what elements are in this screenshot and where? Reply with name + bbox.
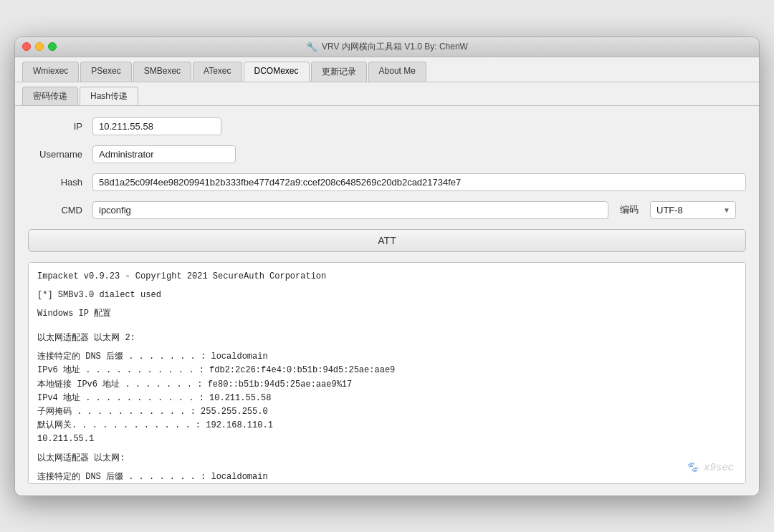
output-line: IPv6 地址 . . . . . . . . . . . : fdb2:2c2…	[37, 364, 737, 377]
window-controls	[22, 42, 57, 51]
ip-row: IP	[28, 117, 746, 135]
tab-update[interactable]: 更新记录	[311, 62, 367, 82]
ip-input[interactable]	[92, 117, 221, 135]
output-line: 连接特定的 DNS 后缀 . . . . . . . : localdomain	[37, 350, 737, 364]
sub-tab-hash[interactable]: Hash传递	[80, 87, 138, 105]
output-line: 连接特定的 DNS 后缀 . . . . . . . : localdomain	[37, 470, 737, 483]
watermark: 🐾 x9sec	[686, 460, 734, 475]
tab-about[interactable]: About Me	[368, 62, 426, 82]
main-tab-bar: Wmiexec PSexec SMBexec ATexec DCOMexec 更…	[15, 57, 759, 82]
maximize-button[interactable]	[48, 42, 57, 51]
content-area: IP Username Hash CMD 编码 UTF-8 GBK	[15, 106, 759, 495]
output-line: Windows IP 配置	[37, 307, 737, 321]
output-line: IPv4 地址 . . . . . . . . . . . : 10.211.5…	[37, 392, 737, 405]
window-title: 🔧 VRV 内网横向工具箱 V1.0 By: ChenW	[306, 41, 468, 53]
hash-input[interactable]	[92, 173, 746, 191]
output-line	[37, 284, 737, 289]
output-line: 子网掩码 . . . . . . . . . . . : 255.255.255…	[37, 405, 737, 419]
hash-label: Hash	[28, 177, 92, 188]
output-line	[37, 321, 737, 326]
cmd-row-inner: 编码 UTF-8 GBK GB2312	[92, 201, 746, 219]
output-line: 以太网适配器 以太网:	[37, 452, 737, 465]
ip-label: IP	[28, 121, 92, 132]
output-line: Impacket v0.9.23 - Copyright 2021 Secure…	[37, 270, 737, 284]
cmd-input[interactable]	[92, 201, 608, 219]
minimize-button[interactable]	[35, 42, 44, 51]
sub-tab-bar: 密码传递 Hash传递	[15, 82, 759, 106]
cmd-label: CMD	[28, 205, 92, 216]
username-row: Username	[28, 145, 746, 163]
tab-smbexec[interactable]: SMBexec	[133, 62, 191, 82]
output-line: 默认网关. . . . . . . . . . . . : 192.168.11…	[37, 419, 737, 432]
tab-wmiexec[interactable]: Wmiexec	[22, 62, 79, 82]
output-line: 10.211.55.1	[37, 432, 737, 446]
username-input[interactable]	[92, 145, 236, 163]
output-line	[37, 465, 737, 470]
main-window: 🔧 VRV 内网横向工具箱 V1.0 By: ChenW Wmiexec PSe…	[14, 37, 760, 496]
tab-psexec[interactable]: PSexec	[80, 62, 131, 82]
tab-dcomexec[interactable]: DCOMexec	[244, 62, 310, 82]
output-line	[37, 302, 737, 307]
output-line	[37, 327, 737, 332]
title-text: VRV 内网横向工具箱 V1.0 By: ChenW	[322, 41, 468, 53]
att-button[interactable]: ATT	[28, 229, 746, 252]
title-bar: 🔧 VRV 内网横向工具箱 V1.0 By: ChenW	[15, 37, 759, 57]
cmd-row: CMD 编码 UTF-8 GBK GB2312	[28, 201, 746, 219]
title-icon: 🔧	[306, 42, 317, 52]
encoding-select-wrapper: UTF-8 GBK GB2312	[650, 201, 736, 219]
hash-row: Hash	[28, 173, 746, 191]
output-line: 本地链接 IPv6 地址 . . . . . . . : fe80::b51b:…	[37, 378, 737, 392]
encoding-select[interactable]: UTF-8 GBK GB2312	[650, 201, 736, 219]
output-line: [*] SMBv3.0 dialect used	[37, 289, 737, 302]
close-button[interactable]	[22, 42, 31, 51]
username-label: Username	[28, 149, 92, 160]
output-line: 以太网适配器 以太网 2:	[37, 332, 737, 345]
output-line	[37, 447, 737, 452]
output-line	[37, 345, 737, 350]
tab-atexec[interactable]: ATexec	[193, 62, 242, 82]
encoding-label: 编码	[620, 203, 639, 216]
output-area[interactable]: Impacket v0.9.23 - Copyright 2021 Secure…	[28, 262, 746, 484]
sub-tab-password[interactable]: 密码传递	[22, 87, 78, 105]
